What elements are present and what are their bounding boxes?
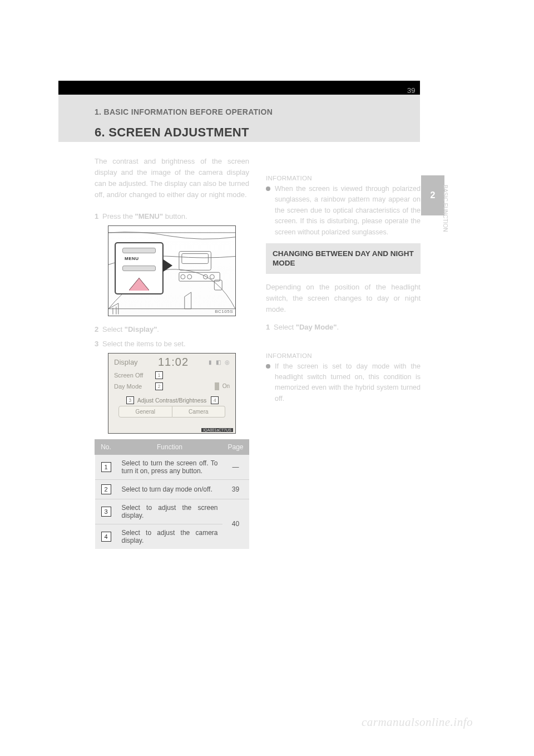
right-column: INFORMATION When the screen is viewed th… xyxy=(266,156,421,410)
screen-off-label: Screen Off xyxy=(114,372,154,379)
marker-2-icon: 2 xyxy=(155,382,163,390)
svg-point-5 xyxy=(203,274,207,279)
step-1-number: 1 xyxy=(95,211,102,222)
callout-slot-menu xyxy=(122,266,156,271)
side-tab-number: 2 xyxy=(431,190,436,200)
right-step-1-number: 1 xyxy=(266,322,274,333)
information-label-2: INFORMATION xyxy=(266,352,421,359)
marker-1-icon: 1 xyxy=(155,371,163,379)
menu-button-callout: MENU xyxy=(115,243,163,294)
row4-no: 4 xyxy=(95,524,117,549)
marker-3-icon: 3 xyxy=(126,396,134,404)
row3-func: Select to adjust the screen display. xyxy=(117,499,222,524)
svg-rect-1 xyxy=(182,253,209,263)
step-1: 1Press the "MENU" button. xyxy=(95,211,249,222)
toggle-on-text: On xyxy=(222,383,230,389)
step-1-text-a: Press the xyxy=(102,212,135,220)
day-night-paragraph: Depending on the position of the headlig… xyxy=(266,282,421,315)
square-1-icon: 1 xyxy=(101,462,111,472)
row1-func: Select to turn the screen off. To turn i… xyxy=(117,454,222,479)
table-row: 3 Select to adjust the screen display. 4… xyxy=(95,499,249,524)
screenshot-status-icons: ▮ ◧ ◎ xyxy=(209,359,231,365)
callout-menu-label: MENU xyxy=(125,256,162,261)
row1-page: — xyxy=(222,454,249,479)
svg-point-6 xyxy=(210,274,214,279)
side-tab-label: BASIC FUNCTION xyxy=(442,185,448,193)
step-2-text-b: . xyxy=(157,325,159,333)
info-bullet-sunglasses: When the screen is viewed through polari… xyxy=(266,184,421,238)
square-3-icon: 3 xyxy=(101,507,111,517)
information-label: INFORMATION xyxy=(266,175,421,181)
figure-1-code: BC105S xyxy=(215,309,233,314)
th-function: Function xyxy=(117,439,222,454)
screenshot-contrast-row: 3 Adjust Contrast/Brightness 4 xyxy=(108,396,235,404)
screenshot-tabs: General Camera xyxy=(118,406,225,418)
callout-slot-top xyxy=(122,248,156,253)
toggle-handle-icon xyxy=(215,382,219,390)
display-settings-screenshot: Display 11:02 ▮ ◧ ◎ Screen Off 1 Day Mod… xyxy=(108,353,236,434)
row1-no: 1 xyxy=(95,454,117,479)
contrast-brightness-label: Adjust Contrast/Brightness xyxy=(137,397,206,404)
subheading-day-night: CHANGING BETWEEN DAY AND NIGHT MODE xyxy=(266,243,421,274)
step-3-text: Select the items to be set. xyxy=(102,340,186,348)
step-3: 3Select the items to be set. xyxy=(95,338,249,350)
row2-no: 2 xyxy=(95,479,117,499)
screenshot-header: Display 11:02 ▮ ◧ ◎ xyxy=(108,354,235,370)
callout-pointer xyxy=(162,259,171,272)
figure-2-code: IQA001aCT7US xyxy=(201,428,233,432)
row2-func: Select to turn day mode on/off. xyxy=(117,479,222,499)
row3-no: 3 xyxy=(95,499,117,524)
day-mode-label: Day Mode xyxy=(114,383,154,390)
tab-general: General xyxy=(118,406,172,418)
tab-camera: Camera xyxy=(172,406,226,418)
svg-point-4 xyxy=(187,274,192,279)
screenshot-clock: 11:02 xyxy=(158,356,189,369)
page-number: 39 xyxy=(407,86,415,95)
svg-rect-0 xyxy=(179,251,211,270)
right-step-1-bold: "Day Mode" xyxy=(296,323,337,331)
dashboard-illustration: MENU BC105S xyxy=(108,225,236,316)
screenshot-row-screen-off: Screen Off 1 xyxy=(108,370,235,381)
side-tab: 2 xyxy=(421,175,444,215)
screenshot-row-day-mode: Day Mode 2 On xyxy=(108,381,235,392)
screenshot-title: Display xyxy=(114,358,138,366)
row2-page: 39 xyxy=(222,479,249,499)
info-bullet-memorized: If the screen is set to day mode with th… xyxy=(266,361,421,405)
square-2-icon: 2 xyxy=(101,484,111,494)
table-row: 2 Select to turn day mode on/off. 39 xyxy=(95,479,249,499)
day-mode-toggle: On xyxy=(215,382,230,390)
chapter-label: 1. BASIC INFORMATION BEFORE OPERATION xyxy=(95,107,273,116)
right-step-1-b: . xyxy=(337,323,339,331)
step-2-number: 2 xyxy=(95,324,102,335)
step-3-number: 3 xyxy=(95,338,102,350)
svg-point-3 xyxy=(181,274,185,279)
watermark: carmanualsonline.info xyxy=(362,715,473,729)
intro-paragraph: The contrast and brightness of the scree… xyxy=(95,156,249,201)
callout-arrow-icon xyxy=(129,278,149,291)
step-2: 2Select "Display". xyxy=(95,324,249,335)
right-step-1: 1Select "Day Mode". xyxy=(266,322,421,333)
row4-func: Select to adjust the camera display. xyxy=(117,524,222,549)
row34-page: 40 xyxy=(222,499,249,549)
step-2-bold: "Display" xyxy=(125,325,157,333)
table-row: 1 Select to turn the screen off. To turn… xyxy=(95,454,249,479)
square-4-icon: 4 xyxy=(101,532,111,542)
th-page: Page xyxy=(222,439,249,454)
step-1-bold: "MENU" xyxy=(135,212,164,220)
marker-4-icon: 4 xyxy=(211,396,219,404)
table-header-row: No. Function Page xyxy=(95,439,249,454)
function-table: No. Function Page 1 Select to turn the s… xyxy=(95,439,249,549)
th-no: No. xyxy=(95,439,117,454)
left-column: The contrast and brightness of the scree… xyxy=(95,156,249,549)
right-step-1-a: Select xyxy=(274,323,296,331)
section-title: 6. SCREEN ADJUSTMENT xyxy=(95,125,249,140)
step-2-text-a: Select xyxy=(102,325,125,333)
step-1-text-b: button. xyxy=(163,212,187,220)
